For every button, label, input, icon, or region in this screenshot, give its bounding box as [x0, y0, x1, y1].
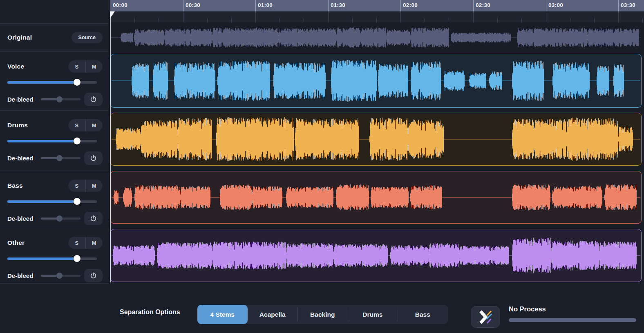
track-row-original: Original Source: [0, 23, 109, 51]
solo-mute-group-other: S M: [68, 237, 103, 249]
power-icon: [89, 95, 97, 103]
ruler-major-tick: [546, 11, 546, 22]
ruler-major-tick: [183, 11, 183, 22]
track-label-original: Original: [7, 34, 32, 41]
track-controls-sidebar: Original Source Voice S M De-bleed: [0, 0, 109, 284]
separation-option-backing[interactable]: Backing: [297, 305, 348, 324]
ruler-major-tick: [546, 0, 546, 11]
track-row-voice: Voice S M De-bleed: [0, 51, 109, 110]
ruler-major-tick: [473, 11, 474, 22]
ruler-minor-tick: [594, 18, 595, 22]
ruler-minor-tick: [376, 18, 377, 22]
debleed-power-button-voice[interactable]: [84, 93, 103, 106]
timeline-ruler[interactable]: 00:0000:3001:0001:3002:0002:3003:0003:30: [110, 0, 644, 22]
ruler-major-tick: [400, 11, 401, 22]
ruler-major-tick: [255, 11, 256, 22]
track-row-bass: Bass S M De-bleed: [0, 171, 109, 228]
stem-separation-app: Original Source Voice S M De-bleed: [0, 0, 644, 333]
debleed-knob-drums[interactable]: [56, 155, 63, 161]
timeline-ruler-labels[interactable]: 00:0000:3001:0001:3002:0002:3003:0003:30: [110, 0, 644, 11]
debleed-label-bass: De-bleed: [7, 215, 41, 222]
app-logo-button[interactable]: [471, 306, 500, 328]
ruler-minor-tick: [304, 18, 304, 22]
ruler-time-label: 03:30: [621, 2, 635, 8]
separation-option-4-stems[interactable]: 4 Stems: [197, 305, 248, 324]
track-row-drums: Drums S M De-bleed: [0, 110, 109, 171]
waveform-lane-voice[interactable]: [110, 54, 642, 108]
ruler-time-label: 00:00: [113, 2, 127, 8]
playhead-line[interactable]: [110, 11, 111, 282]
volume-slider-voice[interactable]: [7, 79, 103, 86]
separation-option-bass[interactable]: Bass: [398, 305, 448, 324]
separation-option-acapella[interactable]: Acapella: [248, 305, 298, 324]
separation-option-drums[interactable]: Drums: [348, 305, 398, 324]
ruler-major-tick: [328, 0, 329, 11]
debleed-knob-other[interactable]: [56, 273, 63, 279]
ruler-major-tick: [255, 0, 256, 11]
solo-button-other[interactable]: S: [68, 237, 86, 249]
ruler-minor-tick: [207, 18, 208, 22]
source-button[interactable]: Source: [72, 32, 103, 43]
waveform-lane-bass[interactable]: [110, 171, 642, 224]
solo-mute-group-bass: S M: [68, 180, 103, 192]
ruler-time-label: 01:30: [331, 2, 345, 8]
ruler-minor-tick: [425, 18, 425, 22]
process-progress-bar: [509, 318, 636, 322]
ruler-minor-tick: [134, 18, 135, 22]
ruler-major-tick: [473, 0, 474, 11]
separation-options-label: Separation Options: [120, 309, 180, 316]
ruler-minor-tick: [521, 18, 522, 22]
power-icon: [89, 215, 97, 222]
ruler-minor-tick: [352, 18, 353, 22]
ruler-major-tick: [400, 0, 401, 11]
volume-knob-other[interactable]: [74, 255, 80, 262]
ruler-time-label: 02:30: [476, 2, 490, 8]
mute-button-voice[interactable]: M: [86, 60, 103, 73]
waveform-lane-drums[interactable]: [110, 113, 642, 166]
debleed-knob-voice[interactable]: [56, 96, 63, 102]
process-status: No Process: [509, 305, 636, 322]
mute-button-drums[interactable]: M: [86, 119, 103, 131]
waveform-lane-original[interactable]: [110, 24, 642, 51]
ruler-major-tick: [618, 11, 619, 22]
debleed-slider-voice[interactable]: [41, 96, 80, 102]
volume-knob-voice[interactable]: [74, 79, 80, 86]
debleed-label-voice: De-bleed: [7, 96, 41, 103]
ruler-major-tick: [183, 0, 183, 11]
volume-knob-drums[interactable]: [74, 138, 80, 144]
debleed-power-button-drums[interactable]: [84, 151, 103, 165]
power-icon: [89, 154, 97, 162]
debleed-knob-bass[interactable]: [56, 215, 63, 222]
ruler-major-tick: [328, 11, 329, 22]
separation-options-group: 4 StemsAcapellaBackingDrumsBass: [197, 305, 448, 324]
volume-slider-bass[interactable]: [7, 198, 103, 205]
timeline-ruler-ticks[interactable]: [110, 11, 644, 22]
volume-knob-bass[interactable]: [74, 198, 80, 205]
power-icon: [89, 272, 97, 280]
ruler-minor-tick: [642, 18, 643, 22]
ruler-time-label: 02:00: [403, 2, 418, 8]
mute-button-bass[interactable]: M: [86, 180, 103, 192]
debleed-slider-drums[interactable]: [41, 155, 80, 161]
solo-button-drums[interactable]: S: [68, 119, 86, 131]
volume-slider-other[interactable]: [7, 255, 103, 262]
track-row-other: Other S M De-bleed: [0, 228, 109, 284]
debleed-slider-other[interactable]: [41, 273, 80, 279]
debleed-power-button-bass[interactable]: [84, 212, 103, 225]
volume-slider-drums[interactable]: [7, 138, 103, 144]
track-label-other: Other: [7, 239, 25, 246]
bottom-bar: Separation Options 4 StemsAcapellaBackin…: [0, 284, 644, 333]
solo-button-voice[interactable]: S: [68, 60, 86, 73]
mute-button-other[interactable]: M: [86, 237, 103, 249]
track-label-voice: Voice: [7, 63, 24, 70]
waveform-lane-other[interactable]: [110, 229, 642, 282]
debleed-power-button-other[interactable]: [84, 269, 103, 282]
ruler-minor-tick: [497, 18, 498, 22]
solo-mute-group-voice: S M: [68, 60, 103, 73]
ruler-minor-tick: [449, 18, 449, 22]
debleed-slider-bass[interactable]: [41, 215, 80, 222]
ruler-minor-tick: [159, 18, 159, 22]
ruler-minor-tick: [570, 18, 570, 22]
solo-button-bass[interactable]: S: [68, 180, 86, 192]
solo-mute-group-drums: S M: [68, 119, 103, 131]
